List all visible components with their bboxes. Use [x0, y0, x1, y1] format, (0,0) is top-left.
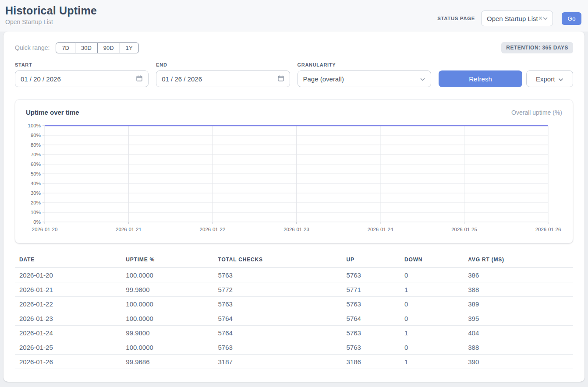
go-button[interactable]: Go: [562, 12, 581, 25]
table-cell: 2026-01-22: [15, 297, 121, 311]
table-body: 2026-01-20100.00005763576303862026-01-21…: [15, 268, 573, 369]
table-cell: 5772: [214, 282, 342, 297]
table-cell: 5764: [342, 311, 400, 326]
calendar-icon[interactable]: [136, 75, 143, 83]
topbar-right: STATUS PAGE Open Startup List × Go: [437, 11, 581, 26]
page-title: Historical Uptime: [5, 4, 97, 17]
table-cell: 386: [464, 268, 573, 282]
export-label: Export: [536, 75, 555, 83]
quick-range-1y-button[interactable]: 1Y: [120, 42, 139, 53]
chart-title: Uptime over time: [26, 109, 79, 116]
table-cell: 100.0000: [121, 268, 213, 282]
granularity-select[interactable]: Page (overall): [298, 70, 431, 87]
clear-icon[interactable]: ×: [538, 15, 542, 22]
uptime-table: DATEUPTIME %TOTAL CHECKSUPDOWNAVG RT (MS…: [15, 254, 573, 369]
chart-legend: Overall uptime (%): [511, 109, 562, 116]
table-header-cell: UPTIME %: [121, 254, 213, 268]
table-cell: 388: [464, 282, 573, 297]
svg-text:2026-01-26: 2026-01-26: [535, 227, 561, 232]
svg-text:70%: 70%: [31, 152, 41, 157]
status-page-select[interactable]: Open Startup List ×: [481, 11, 553, 26]
granularity-field: GRANULARITY Page (overall): [298, 62, 431, 87]
svg-text:2026-01-23: 2026-01-23: [283, 227, 309, 232]
svg-text:20%: 20%: [31, 200, 41, 205]
quick-range-90d-button[interactable]: 90D: [98, 42, 120, 53]
quick-range-30d-button[interactable]: 30D: [75, 42, 98, 53]
table-cell: 5764: [214, 311, 342, 326]
table-cell: 2026-01-23: [15, 311, 121, 326]
end-date-value: 01 / 26 / 2026: [162, 75, 202, 83]
table-cell: 5771: [342, 282, 400, 297]
quick-range-group: 7D30D90D1Y: [56, 42, 138, 53]
page-subtitle: Open Startup List: [5, 18, 97, 25]
svg-text:50%: 50%: [31, 171, 41, 176]
svg-text:2026-01-24: 2026-01-24: [368, 227, 393, 232]
table-cell: 388: [464, 340, 573, 355]
table-cell: 1: [400, 326, 464, 340]
end-field: END 01 / 26 / 2026: [156, 62, 290, 87]
title-block: Historical Uptime Open Startup List: [5, 4, 97, 25]
table-cell: 5763: [342, 326, 400, 340]
start-date-value: 01 / 20 / 2026: [21, 75, 61, 83]
quick-range-row: Quick range: 7D30D90D1Y RETENTION: 365 D…: [15, 42, 573, 53]
table-cell: 0: [400, 268, 464, 282]
chart-header: Uptime over time Overall uptime (%): [26, 109, 562, 116]
table-cell: 99.9800: [121, 326, 213, 340]
svg-text:60%: 60%: [31, 162, 41, 167]
table-header-cell: AVG RT (MS): [464, 254, 573, 268]
export-button[interactable]: Export: [526, 70, 573, 87]
table-header-cell: TOTAL CHECKS: [214, 254, 342, 268]
table-cell: 390: [464, 355, 573, 369]
table-cell: 404: [464, 326, 573, 340]
table-cell: 5763: [214, 340, 342, 355]
end-date-input[interactable]: 01 / 26 / 2026: [156, 70, 290, 87]
table-header-cell: DOWN: [400, 254, 464, 268]
refresh-button[interactable]: Refresh: [439, 70, 523, 87]
svg-text:2026-01-22: 2026-01-22: [200, 227, 226, 232]
table-cell: 2026-01-20: [15, 268, 121, 282]
retention-badge: RETENTION: 365 DAYS: [501, 42, 573, 53]
svg-text:80%: 80%: [31, 142, 41, 148]
table-cell: 2026-01-26: [15, 355, 121, 369]
table-cell: 5763: [214, 297, 342, 311]
table-cell: 2026-01-21: [15, 282, 121, 297]
table-cell: 0: [400, 340, 464, 355]
start-field: START 01 / 20 / 2026: [15, 62, 149, 87]
topbar: Historical Uptime Open Startup List STAT…: [0, 0, 588, 32]
chevron-down-icon: [542, 17, 548, 21]
svg-text:40%: 40%: [31, 181, 41, 186]
quick-range-7d-button[interactable]: 7D: [56, 42, 75, 53]
table-cell: 5764: [214, 326, 342, 340]
granularity-label: GRANULARITY: [298, 62, 431, 67]
table-cell: 3186: [342, 355, 400, 369]
end-label: END: [156, 62, 290, 67]
table-cell: 0: [400, 311, 464, 326]
calendar-icon[interactable]: [277, 75, 284, 83]
table-row: 2026-01-2499.9800576457631404: [15, 326, 573, 340]
svg-text:30%: 30%: [31, 190, 41, 196]
uptime-chart: 100%90%80%70%60%50%40%30%20%10%0%2026-01…: [26, 122, 562, 234]
table-cell: 5763: [342, 268, 400, 282]
start-label: START: [15, 62, 149, 67]
status-page-label: STATUS PAGE: [437, 16, 475, 21]
svg-text:2026-01-25: 2026-01-25: [451, 227, 477, 232]
start-date-input[interactable]: 01 / 20 / 2026: [15, 70, 149, 87]
table-cell: 100.0000: [121, 340, 213, 355]
table-cell: 1: [400, 282, 464, 297]
table-cell: 99.9686: [121, 355, 213, 369]
table-header-cell: UP: [342, 254, 400, 268]
chevron-down-icon: [558, 75, 563, 83]
table-cell: 2026-01-25: [15, 340, 121, 355]
svg-text:100%: 100%: [28, 123, 41, 128]
table-cell: 3187: [214, 355, 342, 369]
chart-card: Uptime over time Overall uptime (%) 100%…: [15, 99, 573, 243]
table-cell: 0: [400, 297, 464, 311]
granularity-value: Page (overall): [303, 75, 344, 83]
quick-range-label: Quick range:: [15, 44, 50, 51]
svg-text:2026-01-20: 2026-01-20: [32, 227, 58, 232]
table-row: 2026-01-2699.9686318731861390: [15, 355, 573, 369]
table-cell: 5763: [342, 297, 400, 311]
table-row: 2026-01-2199.9800577257711388: [15, 282, 573, 297]
table-row: 2026-01-23100.0000576457640395: [15, 311, 573, 326]
table-cell: 1: [400, 355, 464, 369]
